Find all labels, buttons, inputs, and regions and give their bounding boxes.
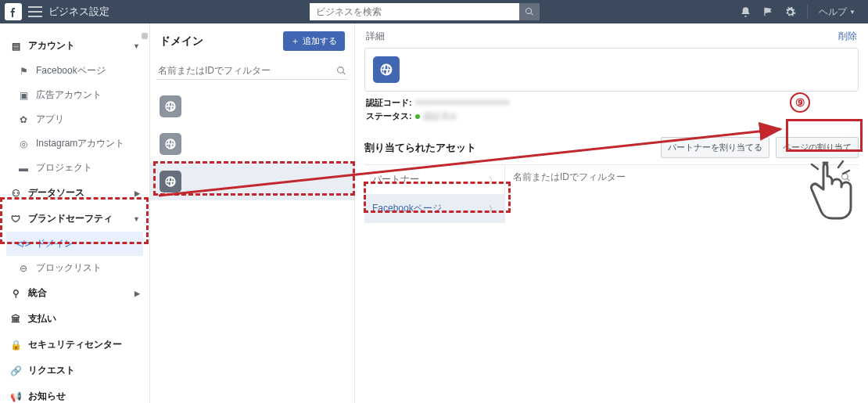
nav-label: 支払い xyxy=(28,312,56,326)
bell-icon[interactable] xyxy=(740,6,751,18)
megaphone-icon: 📢 xyxy=(9,391,22,402)
facebook-logo[interactable] xyxy=(5,3,22,20)
nav-label: セキュリティセンター xyxy=(28,338,122,351)
domain-list-column: ドメイン ＋追加する xyxy=(150,23,355,403)
sidebar-item-blocklist[interactable]: ⊖ブロックリスト xyxy=(6,256,143,280)
status-label: ステータス: xyxy=(366,110,412,122)
search-icon xyxy=(841,172,851,182)
globe-icon xyxy=(373,56,400,83)
domain-item[interactable] xyxy=(150,88,354,125)
folder-icon: ▬ xyxy=(17,163,30,174)
plus-icon: ＋ xyxy=(291,35,299,47)
delete-link[interactable]: 削除 xyxy=(838,30,857,43)
help-link[interactable]: ヘルプ▼ xyxy=(819,5,855,19)
instagram-icon: ◎ xyxy=(17,139,30,149)
topbar-actions: ヘルプ▼ xyxy=(740,5,863,19)
nav-payment[interactable]: 🏛 支払い xyxy=(6,306,143,332)
page-title: ビジネス設定 xyxy=(48,5,109,19)
chevron-right-icon: ▶ xyxy=(135,290,140,297)
search-button[interactable] xyxy=(519,3,540,20)
domain-filter xyxy=(156,62,348,80)
scrollbar[interactable] xyxy=(140,23,149,403)
status-value: 認証済み xyxy=(415,110,457,122)
domain-filter-input[interactable] xyxy=(158,65,336,76)
sidebar-item-ad-account[interactable]: ▣広告アカウント xyxy=(6,83,143,107)
auth-code-label: 認証コード: xyxy=(366,97,412,109)
nav-label: お知らせ xyxy=(28,390,66,403)
nav-request[interactable]: 🔗 リクエスト xyxy=(6,358,143,383)
domain-title: ドメイン xyxy=(160,34,203,49)
chevron-right-icon: 〉 xyxy=(489,203,497,214)
bank-icon: 🏛 xyxy=(9,314,22,325)
auth-code-value: xxxxxxxxxxxxxxxxxxxxxx xyxy=(415,97,510,109)
sidebar-item-facebook-page[interactable]: ⚑Facebookページ xyxy=(6,59,143,83)
nav-label: アカウント xyxy=(28,39,75,52)
chevron-down-icon: ▼ xyxy=(133,215,140,223)
app-icon: ✿ xyxy=(17,114,30,125)
flag-icon: ⚑ xyxy=(17,66,30,77)
chevron-right-icon: 〉 xyxy=(489,175,497,185)
assigned-cat-fbpage[interactable]: Facebookページ〉 xyxy=(364,194,504,223)
gear-icon[interactable] xyxy=(784,6,796,18)
sidebar-item-apps[interactable]: ✿アプリ xyxy=(6,107,143,131)
image-icon: ▣ xyxy=(17,90,30,101)
assigned-cat-partner[interactable]: パートナー〉 xyxy=(364,165,504,194)
assign-page-button[interactable]: ページの割り当て xyxy=(776,137,859,158)
hamburger-icon[interactable] xyxy=(28,6,42,17)
globe-icon xyxy=(160,95,181,117)
sidebar: ▤ アカウント ▼ ⚑Facebookページ ▣広告アカウント ✿アプリ ◎In… xyxy=(0,23,150,403)
nav-news[interactable]: 📢 お知らせ xyxy=(6,383,143,403)
globe-icon xyxy=(160,133,181,155)
sidebar-item-project[interactable]: ▬プロジェクト xyxy=(6,156,143,180)
integration-icon: ⚲ xyxy=(9,288,22,299)
nav-integration[interactable]: ⚲ 統合 ▶ xyxy=(6,280,143,306)
chevron-right-icon: ▶ xyxy=(135,189,140,197)
assigned-assets-title: 割り当てられたアセット xyxy=(364,141,476,155)
search-input[interactable] xyxy=(310,3,519,20)
shield-icon: 🛡 xyxy=(9,214,22,225)
accounts-icon: ▤ xyxy=(9,41,22,52)
nav-accounts[interactable]: ▤ アカウント ▼ xyxy=(6,33,143,59)
link-icon: 🔗 xyxy=(9,365,22,376)
domain-item-selected[interactable] xyxy=(150,163,354,200)
global-search xyxy=(310,3,540,20)
nav-label: リクエスト xyxy=(28,364,75,377)
nav-label: データソース xyxy=(28,186,84,200)
lock-icon: 🔒 xyxy=(9,340,22,351)
globe-icon xyxy=(160,171,181,193)
topbar: ビジネス設定 ヘルプ▼ xyxy=(0,0,868,23)
search-icon xyxy=(336,66,346,76)
nav-brandsafety[interactable]: 🛡 ブランドセーフティ ▼ xyxy=(6,206,143,232)
code-icon: </> xyxy=(17,239,30,250)
nav-label: ブランドセーフティ xyxy=(28,212,113,225)
flag-icon[interactable] xyxy=(762,6,773,17)
assign-partner-button[interactable]: パートナーを割り当てる xyxy=(661,137,769,158)
domain-summary-card xyxy=(364,48,859,92)
detail-label: 詳細 xyxy=(366,30,385,43)
share-icon: ⚇ xyxy=(9,188,22,199)
chevron-down-icon: ▼ xyxy=(133,42,140,50)
nav-security[interactable]: 🔒 セキュリティセンター xyxy=(6,332,143,358)
nav-datasource[interactable]: ⚇ データソース ▶ xyxy=(6,180,143,206)
add-domain-button[interactable]: ＋追加する xyxy=(283,31,345,51)
block-icon: ⊖ xyxy=(17,263,30,274)
sidebar-item-domain[interactable]: </>ドメイン xyxy=(6,232,143,256)
sidebar-item-instagram[interactable]: ◎Instagramアカウント xyxy=(6,131,143,156)
detail-column: 詳細 削除 認証コード:xxxxxxxxxxxxxxxxxxxxxx ステータス… xyxy=(355,23,868,403)
nav-label: 統合 xyxy=(28,286,47,300)
domain-item[interactable] xyxy=(150,125,354,163)
assigned-filter-input[interactable] xyxy=(513,171,841,182)
